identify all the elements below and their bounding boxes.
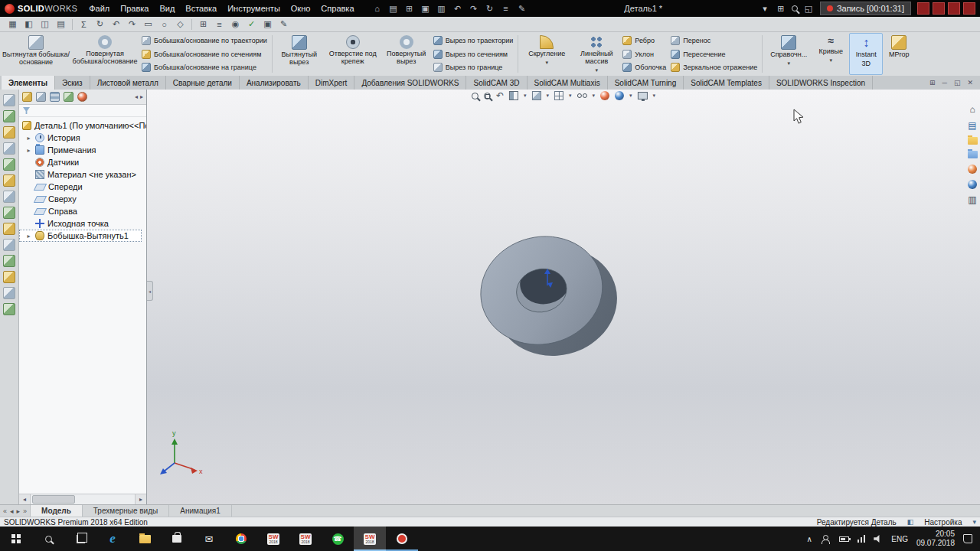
new-document-icon[interactable]: ▤ — [388, 4, 399, 14]
part-model[interactable] — [469, 221, 629, 372]
dropdown-icon[interactable]: ▾ — [546, 60, 549, 66]
home-icon[interactable]: ⌂ — [372, 4, 383, 13]
boundary-cut-button[interactable]: Вырез по границе — [433, 62, 514, 73]
dock-toolbar-button-4[interactable] — [3, 142, 15, 155]
close-document-icon[interactable]: ✕ — [967, 79, 973, 86]
screen-recorder-button[interactable] — [386, 527, 418, 551]
shell-button[interactable]: Оболочка — [622, 62, 666, 73]
home-icon[interactable]: ⌂ — [969, 105, 975, 115]
tab-model[interactable]: Модель — [31, 505, 83, 517]
record-draw-button[interactable] — [963, 2, 975, 15]
tab-solidcam-multiaxis[interactable]: SolidCAM Multiaxis — [528, 76, 608, 90]
dropdown-icon[interactable]: ▾ — [787, 60, 790, 67]
tab-sketch[interactable]: Эскиз — [55, 76, 90, 90]
dock-toolbar-button-11[interactable] — [3, 255, 15, 267]
dock-toolbar-button-12[interactable] — [3, 271, 15, 283]
fillet-button[interactable]: Скругление ▾ — [521, 33, 573, 75]
store-button[interactable] — [161, 527, 193, 551]
tab-3d-views[interactable]: Трехмерные виды — [83, 505, 169, 517]
section-icon[interactable]: ◧ — [24, 19, 34, 29]
dock-toolbar-button-14[interactable] — [3, 303, 15, 315]
tree-root-part[interactable]: Деталь1 (По умолчанию<<По — [19, 119, 146, 132]
tab-animation1[interactable]: Анимация1 — [169, 505, 232, 517]
rebuild-icon[interactable]: ↻ — [95, 19, 105, 29]
last-tab-icon[interactable]: » — [23, 507, 27, 515]
wrap-button[interactable]: Перенос — [671, 35, 757, 47]
search-icon[interactable] — [792, 5, 798, 11]
dock-toolbar-button-2[interactable] — [3, 110, 15, 122]
record-camera-button[interactable] — [948, 2, 960, 15]
record-pause-button[interactable] — [933, 2, 945, 15]
lofted-cut-button[interactable]: Вырез по сечениям — [433, 48, 514, 60]
appearances-icon[interactable] — [968, 165, 977, 174]
solidworks-2018-button[interactable]: SW2018 — [257, 527, 289, 551]
edge-button[interactable]: e — [96, 527, 129, 551]
customize-label[interactable]: Настройка — [924, 518, 962, 527]
dropdown-icon[interactable]: ▾ — [829, 57, 832, 64]
configurationmanager-tab-icon[interactable] — [50, 92, 60, 102]
pane-left-icon[interactable]: ◂ — [135, 93, 138, 100]
diamond-sketch-icon[interactable]: ◇ — [175, 19, 185, 29]
tree-item-boss-extrude[interactable]: ▸ Бобышка-Вытянуть1 — [19, 230, 142, 242]
prev-tab-icon[interactable]: ◂ — [10, 507, 14, 515]
rib-button[interactable]: Ребро — [622, 35, 666, 47]
record-stop-button[interactable] — [917, 2, 929, 15]
mirror-button[interactable]: Зеркальное отражение — [671, 62, 757, 73]
tab-solidcam-templates[interactable]: SolidCAM Templates — [684, 76, 769, 90]
tree-item-origin[interactable]: Исходная точка — [19, 217, 146, 230]
expand-icon[interactable]: ▸ — [25, 147, 32, 154]
tab-sheet-metal[interactable]: Листовой металл — [90, 76, 166, 90]
taskbar-clock[interactable]: 20:05 09.07.2018 — [916, 530, 955, 548]
tree-item-history[interactable]: ▸ История — [19, 132, 146, 144]
menu-tools[interactable]: Инструменты — [222, 2, 286, 15]
save-icon[interactable]: ▣ — [420, 4, 431, 14]
draft-button[interactable]: Уклон — [622, 48, 666, 60]
expand-icon[interactable]: ▸ — [25, 233, 32, 240]
menu-insert[interactable]: Вставка — [180, 2, 222, 15]
dock-toolbar-button-8[interactable] — [3, 207, 15, 219]
scroll-left-icon[interactable]: ◂ — [19, 494, 31, 504]
tree-item-front-plane[interactable]: Спереди — [19, 181, 146, 193]
file-explorer-icon[interactable] — [968, 137, 978, 145]
tray-expand-icon[interactable]: ∧ — [806, 535, 812, 543]
rectangle-sketch-icon[interactable]: ▭ — [143, 19, 153, 29]
dock-toolbar-button-10[interactable] — [3, 239, 15, 251]
scrollbar-thumb[interactable] — [32, 495, 75, 504]
tab-solidcam-turning[interactable]: SolidCAM Turning — [608, 76, 684, 90]
menu-help[interactable]: Справка — [315, 2, 359, 15]
tab-solidworks-inspection[interactable]: SOLIDWORKS Inspection — [769, 76, 873, 90]
dropdown-icon[interactable]: ▾ — [760, 4, 770, 14]
restore-document-icon[interactable]: ◱ — [954, 79, 961, 86]
scroll-right-icon[interactable]: ▸ — [135, 494, 146, 504]
status-dropdown-icon[interactable]: ▾ — [972, 518, 976, 526]
undo-icon[interactable]: ↶ — [111, 19, 121, 29]
dropdown-icon[interactable]: ▾ — [596, 67, 599, 73]
tree-item-sensors[interactable]: Датчики — [19, 156, 146, 168]
revolved-cut-button[interactable]: Повернутый вырез — [382, 33, 431, 75]
target-icon[interactable]: ◉ — [230, 19, 240, 29]
menu-edit[interactable]: Правка — [115, 2, 154, 15]
print-icon[interactable]: ▥ — [436, 4, 447, 14]
intersect-button[interactable]: Пересечение — [671, 48, 757, 60]
filter-icon[interactable] — [23, 107, 30, 114]
tab-solidcam-3d[interactable]: SolidCAM 3D — [466, 76, 527, 90]
hole-wizard-button[interactable]: Отверстие под крепеж — [324, 33, 382, 75]
pin-ribbon-icon[interactable]: ⊞ — [929, 79, 936, 86]
extruded-cut-button[interactable]: Вытянутый вырез — [275, 33, 324, 75]
panel-collapse-handle[interactable]: ◂ — [147, 281, 153, 301]
sigma-icon[interactable]: Σ — [79, 20, 89, 29]
tree-item-material[interactable]: Материал <не указан> — [19, 168, 146, 181]
window-panes-icon[interactable]: ⊞ — [776, 4, 786, 14]
menu-window[interactable]: Окно — [286, 2, 316, 15]
dock-toolbar-button-1[interactable] — [3, 94, 15, 106]
search-button[interactable] — [32, 527, 64, 551]
dock-toolbar-button-6[interactable] — [3, 174, 15, 187]
view-palette-icon[interactable] — [968, 151, 978, 158]
menu-file[interactable]: Файл — [83, 2, 115, 15]
mail-button[interactable]: ✉ — [193, 527, 225, 551]
network-icon[interactable] — [858, 535, 866, 543]
propertymanager-tab-icon[interactable] — [36, 92, 46, 102]
action-center-icon[interactable] — [963, 534, 972, 543]
edit-icon[interactable]: ✎ — [279, 19, 289, 29]
circle-sketch-icon[interactable]: ○ — [159, 20, 169, 29]
